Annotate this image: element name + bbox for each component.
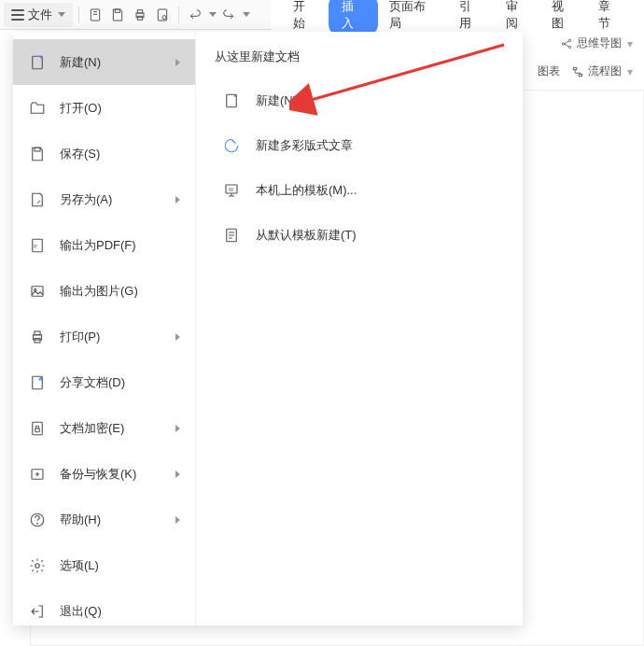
template-icon: W (222, 181, 241, 200)
menu-label: 输出为图片(G) (60, 283, 180, 300)
submenu-label: 新建多彩版式文章 (256, 137, 353, 154)
default-template-icon (222, 226, 241, 245)
menu-label: 打印(P) (60, 329, 162, 345)
svg-rect-3 (137, 9, 142, 12)
menu-item-help[interactable]: 帮助(H) (13, 497, 195, 542)
menu-item-print[interactable]: 打印(P) (13, 314, 195, 359)
pdf-icon: P (28, 236, 47, 255)
chevron-down-icon (58, 12, 65, 17)
ribbon-extras-row2: 图表 流程图 ▾ (538, 63, 633, 79)
file-menu-dropdown: 新建(N) 打开(O) 保存(S) 另存为(A) P 输出为PDF(F) 输出为… (13, 32, 523, 625)
chart-button[interactable]: 图表 (538, 63, 560, 79)
svg-point-30 (234, 95, 236, 97)
backup-icon (28, 465, 47, 484)
print-icon (28, 328, 47, 346)
tab-bar: 开始 插入 页面布局 引用 审阅 视图 章节 (271, 0, 644, 30)
submenu-item-default-template[interactable]: 从默认模板新建(T) (215, 213, 504, 258)
share-icon (28, 373, 47, 392)
mindmap-label: 思维导图 (577, 35, 622, 51)
file-menu-button[interactable]: 文件 (4, 3, 73, 27)
menu-label: 退出(Q) (60, 603, 180, 620)
menu-item-save-as[interactable]: 另存为(A) (13, 176, 195, 222)
svg-rect-17 (32, 286, 43, 296)
menu-label: 帮助(H) (60, 512, 162, 528)
menu-label: 文档加密(E) (60, 420, 162, 437)
menu-item-backup[interactable]: 备份与恢复(K) (13, 451, 195, 497)
tab-view[interactable]: 视图 (540, 0, 587, 37)
ribbon-extras: 思维导图 ▾ (560, 35, 633, 51)
undo-icon[interactable] (185, 5, 205, 25)
svg-text:P: P (34, 244, 37, 249)
menu-item-share[interactable]: 分享文档(D) (13, 359, 195, 405)
menu-label: 分享文档(D) (60, 374, 180, 391)
lock-icon (28, 419, 47, 438)
redo-icon[interactable] (218, 5, 239, 25)
file-label: 文件 (28, 7, 52, 23)
caret-right-icon (175, 425, 180, 432)
svg-point-8 (568, 39, 570, 41)
separator (78, 7, 79, 23)
menu-label: 保存(S) (60, 146, 180, 162)
menu-item-open[interactable]: 打开(O) (13, 85, 195, 131)
menu-item-export-pdf[interactable]: P 输出为PDF(F) (13, 222, 195, 268)
menu-label: 打开(O) (60, 100, 180, 117)
file-submenu: 从这里新建文档 新建(N) 新建多彩版式文章 W 本机上的模板(M)... 从默… (196, 32, 523, 625)
colorful-template-icon (222, 136, 241, 155)
svg-rect-11 (579, 74, 582, 76)
tab-chapter[interactable]: 章节 (587, 0, 634, 37)
save-as-icon (28, 190, 47, 209)
menu-label: 另存为(A) (60, 191, 162, 208)
svg-point-27 (37, 523, 38, 524)
menu-item-exit[interactable]: 退出(Q) (13, 588, 195, 634)
gear-icon (28, 556, 47, 575)
menu-label: 输出为PDF(F) (60, 237, 180, 254)
svg-rect-21 (35, 338, 40, 343)
submenu-item-colorful[interactable]: 新建多彩版式文章 (215, 123, 504, 168)
menu-item-new[interactable]: 新建(N) (13, 39, 195, 85)
folder-open-icon (28, 99, 47, 118)
separator (178, 7, 179, 23)
print-icon[interactable] (130, 5, 150, 25)
menu-label: 新建(N) (60, 54, 162, 71)
svg-rect-0 (91, 9, 99, 21)
menu-item-encrypt[interactable]: 文档加密(E) (13, 405, 195, 451)
caret-right-icon (175, 196, 180, 204)
caret-right-icon (175, 59, 180, 66)
caret-right-icon (175, 470, 180, 478)
preview-icon[interactable] (152, 5, 173, 25)
hamburger-icon (11, 9, 24, 21)
menu-item-save[interactable]: 保存(S) (13, 131, 195, 176)
submenu-item-new[interactable]: 新建(N) (215, 78, 504, 123)
menu-item-options[interactable]: 选项(L) (13, 542, 195, 588)
file-menu-list: 新建(N) 打开(O) 保存(S) 另存为(A) P 输出为PDF(F) 输出为… (13, 32, 196, 625)
svg-rect-24 (35, 428, 40, 432)
save-icon[interactable] (107, 5, 128, 25)
tab-insert[interactable]: 插入 (329, 0, 379, 35)
submenu-label: 从默认模板新建(T) (256, 227, 357, 244)
submenu-title: 从这里新建文档 (215, 49, 504, 65)
chevron-down-icon[interactable] (209, 12, 217, 17)
new-file-icon (222, 91, 241, 110)
new-doc-icon[interactable] (85, 5, 105, 25)
svg-point-28 (35, 563, 40, 568)
svg-rect-4 (137, 16, 142, 20)
chevron-down-icon[interactable] (243, 12, 250, 17)
svg-point-9 (568, 46, 570, 48)
save-icon (28, 145, 47, 163)
submenu-label: 新建(N) (256, 92, 297, 109)
flowchart-label: 流程图 (588, 63, 622, 79)
menu-label: 选项(L) (60, 557, 180, 574)
chart-label: 图表 (538, 63, 560, 79)
svg-point-6 (162, 15, 166, 19)
help-icon (28, 511, 47, 529)
mindmap-button[interactable]: 思维导图 ▾ (560, 35, 633, 51)
menu-label: 备份与恢复(K) (60, 466, 162, 483)
svg-rect-1 (115, 9, 119, 12)
svg-text:W: W (229, 187, 233, 192)
svg-point-13 (40, 57, 42, 59)
submenu-item-local-template[interactable]: W 本机上的模板(M)... (215, 168, 504, 213)
svg-point-7 (562, 42, 564, 44)
menu-item-export-image[interactable]: 输出为图片(G) (13, 268, 195, 314)
flowchart-button[interactable]: 流程图 ▾ (571, 63, 633, 79)
new-file-icon (28, 53, 47, 72)
